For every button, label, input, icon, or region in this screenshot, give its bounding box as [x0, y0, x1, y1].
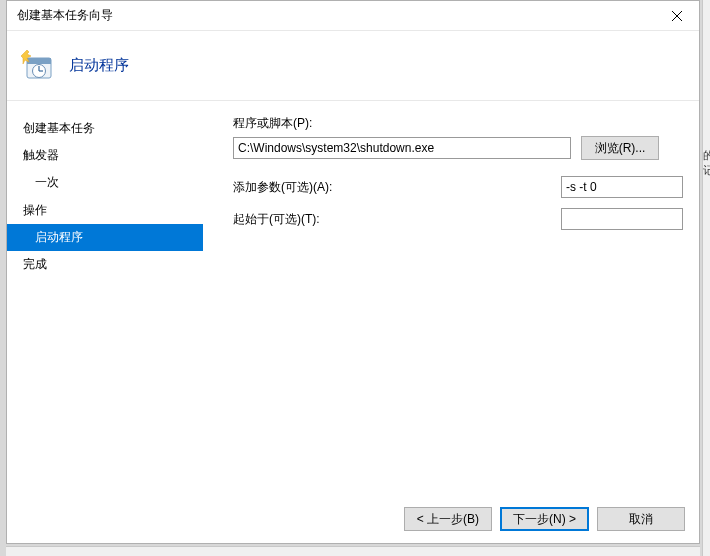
wizard-sidebar: 创建基本任务 触发器 一次 操作 启动程序 完成 — [7, 101, 203, 495]
wizard-heading: 启动程序 — [69, 56, 129, 75]
arguments-label: 添加参数(可选)(A): — [233, 179, 332, 196]
next-button[interactable]: 下一步(N) > — [500, 507, 589, 531]
program-label: 程序或脚本(P): — [233, 115, 353, 132]
wizard-content: 创建基本任务 触发器 一次 操作 启动程序 完成 程序或脚本(P): 浏览(R)… — [7, 101, 699, 495]
startin-label: 起始于(可选)(T): — [233, 211, 320, 228]
window-title: 创建基本任务向导 — [17, 7, 654, 24]
wizard-icon — [21, 50, 53, 82]
wizard-header: 启动程序 — [7, 31, 699, 101]
close-icon — [672, 11, 682, 21]
cancel-button[interactable]: 取消 — [597, 507, 685, 531]
sidebar-item-finish[interactable]: 完成 — [7, 251, 203, 278]
back-button[interactable]: < 上一步(B) — [404, 507, 492, 531]
sidebar-item-create-basic-task[interactable]: 创建基本任务 — [7, 115, 203, 142]
browse-button[interactable]: 浏览(R)... — [581, 136, 659, 160]
wizard-dialog: 创建基本任务向导 启动程序 创建基本任务 触发器 一次 操作 启动程序 完成 — [6, 0, 700, 544]
svg-rect-1 — [27, 58, 51, 64]
titlebar: 创建基本任务向导 — [7, 1, 699, 31]
arguments-input[interactable] — [561, 176, 683, 198]
startin-input[interactable] — [561, 208, 683, 230]
sidebar-item-start-program[interactable]: 启动程序 — [7, 224, 203, 251]
sidebar-item-action[interactable]: 操作 — [7, 197, 203, 224]
sidebar-item-trigger[interactable]: 触发器 — [7, 142, 203, 169]
wizard-footer: < 上一步(B) 下一步(N) > 取消 — [7, 495, 699, 543]
sidebar-item-once[interactable]: 一次 — [7, 169, 203, 196]
program-input[interactable] — [233, 137, 571, 159]
background-window-edge: 的 记 — [702, 0, 710, 556]
wizard-main: 程序或脚本(P): 浏览(R)... 添加参数(可选)(A): 起始于(可选)(… — [203, 101, 699, 495]
background-window-bottom — [6, 546, 700, 556]
close-button[interactable] — [654, 1, 699, 30]
